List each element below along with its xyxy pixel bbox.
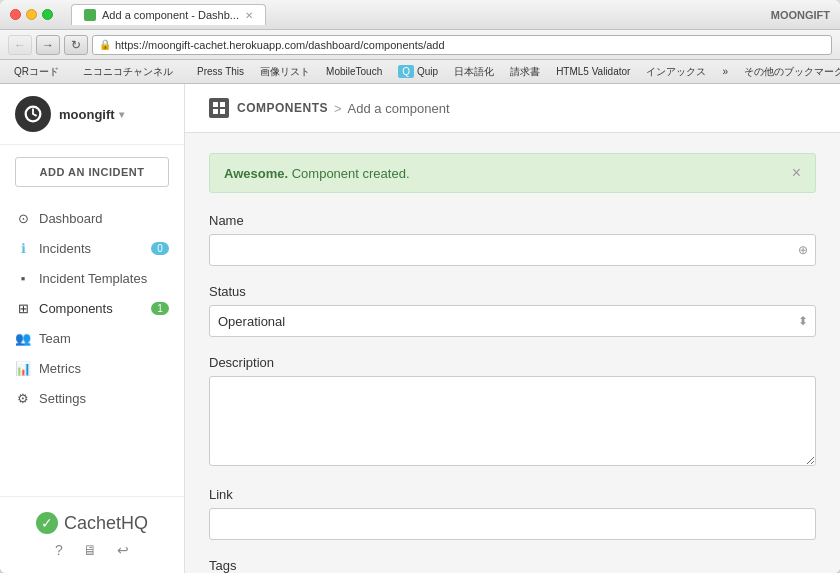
sidebar-item-dashboard-label: Dashboard xyxy=(39,211,103,226)
cachethq-check-icon: ✓ xyxy=(36,512,58,534)
bookmark-billing[interactable]: 請求書 xyxy=(504,63,546,81)
status-label: Status xyxy=(209,284,816,299)
minimize-button[interactable] xyxy=(26,9,37,20)
components-header-icon xyxy=(209,98,229,118)
sidebar-item-dashboard[interactable]: ⊙ Dashboard xyxy=(0,203,184,233)
link-input[interactable] xyxy=(209,508,816,540)
close-button[interactable] xyxy=(10,9,21,20)
sidebar-item-settings-label: Settings xyxy=(39,391,86,406)
sidebar-nav: ⊙ Dashboard ℹ Incidents 0 ▪ Incident Tem… xyxy=(0,199,184,496)
sidebar-item-components[interactable]: ⊞ Components 1 xyxy=(0,293,184,323)
sidebar-bottom-icons: ? 🖥 ↩ xyxy=(55,542,129,558)
status-select[interactable]: Operational Performance Issues Partial O… xyxy=(209,305,816,337)
back-button[interactable]: ← xyxy=(8,35,32,55)
sidebar: moongift ▾ ADD AN INCIDENT ⊙ Dashboard ℹ… xyxy=(0,84,185,573)
brand-name: moongift xyxy=(59,107,115,122)
link-field-group: Link xyxy=(209,487,816,540)
success-alert: Awesome. Component created. × xyxy=(209,153,816,193)
alert-text: Awesome. Component created. xyxy=(224,166,410,181)
sidebar-item-incident-templates-label: Incident Templates xyxy=(39,271,147,286)
sidebar-item-team[interactable]: 👥 Team xyxy=(0,323,184,353)
maximize-button[interactable] xyxy=(42,9,53,20)
alert-message: Component created. xyxy=(292,166,410,181)
tags-field-group: Tags Comma separated. xyxy=(209,558,816,573)
metrics-icon: 📊 xyxy=(15,360,31,376)
bookmark-nico[interactable]: ニコニコチャンネル xyxy=(77,63,179,81)
breadcrumb-root[interactable]: COMPONENTS xyxy=(237,101,328,115)
bookmark-qr[interactable]: QRコード xyxy=(8,63,65,81)
breadcrumb-separator: > xyxy=(334,101,342,116)
description-input[interactable] xyxy=(209,376,816,466)
forward-button[interactable]: → xyxy=(36,35,60,55)
sidebar-item-incidents-label: Incidents xyxy=(39,241,91,256)
cachethq-logo: ✓ CachetHQ xyxy=(36,512,148,534)
tab-label: Add a component - Dashb... xyxy=(102,9,239,21)
sidebar-item-metrics[interactable]: 📊 Metrics xyxy=(0,353,184,383)
bookmark-quip[interactable]: Q Quip xyxy=(392,63,444,80)
sidebar-item-settings[interactable]: ⚙ Settings xyxy=(0,383,184,413)
sidebar-item-components-label: Components xyxy=(39,301,113,316)
incidents-badge: 0 xyxy=(151,242,169,255)
description-field-group: Description xyxy=(209,355,816,469)
team-icon: 👥 xyxy=(15,330,31,346)
secure-icon: 🔒 xyxy=(99,39,111,50)
sidebar-brand[interactable]: moongift ▾ xyxy=(59,107,124,122)
svg-rect-1 xyxy=(213,102,218,107)
help-icon[interactable]: ? xyxy=(55,542,63,558)
svg-rect-4 xyxy=(220,109,225,114)
bookmark-images[interactable]: 画像リスト xyxy=(254,63,316,81)
name-input-icon: ⊕ xyxy=(798,243,808,257)
active-tab[interactable]: Add a component - Dashb... ✕ xyxy=(71,4,266,25)
sidebar-logo-icon xyxy=(15,96,51,132)
traffic-lights xyxy=(10,9,53,20)
main-content: COMPONENTS > Add a component Awesome. Co… xyxy=(185,84,840,573)
monitor-icon[interactable]: 🖥 xyxy=(83,542,97,558)
bookmark-others[interactable]: その他のブックマーク xyxy=(738,63,840,81)
alert-prefix: Awesome. xyxy=(224,166,288,181)
name-field-group: Name ⊕ xyxy=(209,213,816,266)
browser-window: Add a component - Dashb... ✕ MOONGIFT ← … xyxy=(0,0,840,573)
title-bar: Add a component - Dashb... ✕ MOONGIFT xyxy=(0,0,840,30)
add-incident-button[interactable]: ADD AN INCIDENT xyxy=(15,157,169,187)
sidebar-header: moongift ▾ xyxy=(0,84,184,145)
address-bar[interactable]: 🔒 https://moongift-cachet.herokuapp.com/… xyxy=(92,35,832,55)
components-icon: ⊞ xyxy=(15,300,31,316)
components-badge: 1 xyxy=(151,302,169,315)
status-field-group: Status Operational Performance Issues Pa… xyxy=(209,284,816,337)
name-label: Name xyxy=(209,213,816,228)
settings-icon: ⚙ xyxy=(15,390,31,406)
bookmark-press[interactable]: Press This xyxy=(191,64,250,79)
sidebar-item-team-label: Team xyxy=(39,331,71,346)
nav-bar: ← → ↻ 🔒 https://moongift-cachet.herokuap… xyxy=(0,30,840,60)
bookmark-index[interactable]: インアックス xyxy=(640,63,712,81)
bookmark-japanese[interactable]: 日本語化 xyxy=(448,63,500,81)
bookmarks-bar: QRコード ニコニコチャンネル Press This 画像リスト MobileT… xyxy=(0,60,840,84)
bookmark-mobile[interactable]: MobileTouch xyxy=(320,64,388,79)
tab-close-icon[interactable]: ✕ xyxy=(245,10,253,21)
app-content: moongift ▾ ADD AN INCIDENT ⊙ Dashboard ℹ… xyxy=(0,84,840,573)
bookmark-html5[interactable]: HTML5 Validator xyxy=(550,64,636,79)
name-input[interactable] xyxy=(209,234,816,266)
tab-favicon-icon xyxy=(84,9,96,21)
tags-label: Tags xyxy=(209,558,816,573)
address-text: https://moongift-cachet.herokuapp.com/da… xyxy=(115,39,445,51)
logout-icon[interactable]: ↩ xyxy=(117,542,129,558)
browser-title: MOONGIFT xyxy=(771,9,830,21)
breadcrumb-current: Add a component xyxy=(348,101,450,116)
status-select-wrapper: Operational Performance Issues Partial O… xyxy=(209,305,816,337)
incidents-icon: ℹ xyxy=(15,240,31,256)
cachethq-label: CachetHQ xyxy=(64,513,148,534)
dropdown-arrow-icon: ▾ xyxy=(119,109,124,120)
dashboard-icon: ⊙ xyxy=(15,210,31,226)
page-header: COMPONENTS > Add a component xyxy=(185,84,840,133)
sidebar-item-incidents[interactable]: ℹ Incidents 0 xyxy=(0,233,184,263)
description-label: Description xyxy=(209,355,816,370)
bookmark-more[interactable]: » xyxy=(716,64,734,79)
incident-templates-icon: ▪ xyxy=(15,270,31,286)
sidebar-item-incident-templates[interactable]: ▪ Incident Templates xyxy=(0,263,184,293)
name-input-wrapper: ⊕ xyxy=(209,234,816,266)
tab-bar: Add a component - Dashb... ✕ xyxy=(71,4,763,25)
refresh-button[interactable]: ↻ xyxy=(64,35,88,55)
sidebar-item-metrics-label: Metrics xyxy=(39,361,81,376)
alert-close-icon[interactable]: × xyxy=(792,164,801,182)
